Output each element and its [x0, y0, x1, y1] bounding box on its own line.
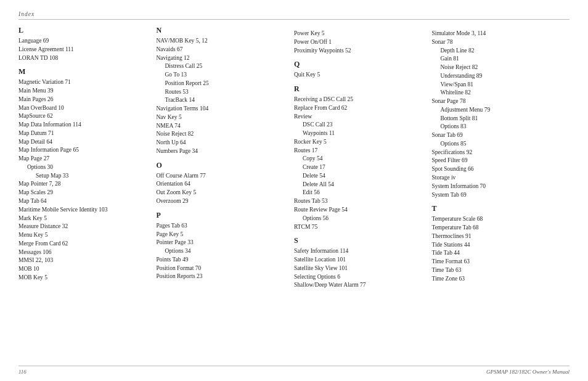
- index-entry: Edit 56: [294, 189, 427, 197]
- index-entry: Map Information Page 65: [18, 146, 152, 155]
- column-2: Power Key 5Power On/Off 1Proximity Waypo…: [294, 26, 432, 290]
- index-entry: Adjustment Menu 79: [432, 106, 565, 115]
- page: Index LLanguage 69License Agreement 111L…: [0, 0, 588, 381]
- index-entry: Speed Filter 69: [432, 157, 565, 165]
- index-entry: Map Data Information 114: [18, 121, 152, 129]
- index-entry: Gain 81: [432, 55, 565, 63]
- index-entry: Map Page 27: [18, 155, 152, 163]
- index-entry: Understanding 89: [432, 72, 565, 81]
- page-header: Index: [18, 11, 570, 20]
- section-letter-r: R: [294, 84, 427, 94]
- index-entry: North Up 64: [157, 139, 290, 147]
- index-entry: Route Review Page 54: [294, 206, 427, 215]
- index-entry: RTCM 75: [294, 223, 427, 232]
- index-entry: NMEA 74: [157, 122, 290, 131]
- page-footer: 116 GPSMAP 182/182C Owner's Manual: [18, 366, 570, 375]
- index-entry: Temperature Scale 68: [432, 215, 565, 224]
- index-entry: Main Pages 26: [18, 96, 152, 104]
- index-entry: TracBack 14: [157, 96, 290, 105]
- index-entry: Create 17: [294, 163, 427, 172]
- index-entry: Tide Stations 44: [432, 241, 565, 250]
- index-entry: Sonar Page 78: [432, 97, 565, 106]
- index-entry: Copy 54: [294, 155, 427, 163]
- index-entry: Map Datum 71: [18, 129, 152, 138]
- section-letter-m: M: [18, 67, 152, 76]
- index-entry: Safety Information 114: [294, 247, 427, 256]
- section-letter-q: Q: [294, 60, 427, 69]
- index-entry: Bottom Split 81: [432, 115, 565, 123]
- index-entry: Replace From Card 62: [294, 104, 427, 113]
- index-entry: Position Reports 23: [157, 272, 290, 281]
- index-entry: Maritime Mobile Service Identity 103: [18, 206, 152, 215]
- index-entry: Routes 17: [294, 147, 427, 155]
- index-entry: Routes 53: [157, 88, 290, 97]
- index-entry: System Information 70: [432, 182, 565, 191]
- index-entry: Tide Tab 44: [432, 249, 565, 258]
- index-entry: Options 85: [432, 140, 565, 149]
- index-entry: Out Zoom Key 5: [157, 189, 290, 197]
- index-entry: Quit Key 5: [294, 71, 427, 80]
- column-0: LLanguage 69License Agreement 111LORAN T…: [18, 26, 157, 290]
- index-entry: Page Key 5: [157, 231, 290, 239]
- index-entry: Map Tab 64: [18, 197, 152, 206]
- index-entry: Proximity Waypoints 52: [294, 47, 427, 55]
- index-entry: Delete All 54: [294, 181, 427, 189]
- index-entry: Orientation 64: [157, 180, 290, 189]
- column-1: NNAV/MOB Key 5, 12Navaids 67Navigating 1…: [157, 26, 295, 290]
- index-entry: MOB 10: [18, 265, 152, 274]
- index-entry: MOB Key 5: [18, 274, 152, 282]
- index-entry: Distress Call 25: [157, 62, 290, 71]
- index-entry: Sonar 78: [432, 38, 565, 47]
- index-entry: Satellite Sky View 101: [294, 264, 427, 273]
- index-entry: Temperature Tab 68: [432, 224, 565, 232]
- header-text: Index: [18, 11, 35, 17]
- index-entry: Time Tab 63: [432, 266, 565, 275]
- index-entry: Position Report 25: [157, 80, 290, 88]
- index-entry: Sonar Tab 69: [432, 131, 565, 140]
- index-entry: Options 83: [432, 123, 565, 131]
- index-entry: Map Pointer 7, 28: [18, 180, 152, 189]
- index-entry: Whiteline 82: [432, 89, 565, 97]
- index-entry: Options 56: [294, 215, 427, 223]
- index-entry: Points Tab 49: [157, 256, 290, 264]
- index-entry: Options 34: [157, 247, 290, 256]
- index-entry: Time Format 63: [432, 258, 565, 266]
- footer-manual-title: GPSMAP 182/182C Owner's Manual: [486, 369, 570, 375]
- column-3: Simulator Mode 3, 114Sonar 78Depth Line …: [432, 26, 570, 290]
- index-entry: Depth Line 82: [432, 47, 565, 55]
- index-entry: Man OverBoard 10: [18, 104, 152, 113]
- index-entry: Pages Tab 63: [157, 222, 290, 231]
- index-entry: Delete 54: [294, 172, 427, 181]
- index-entry: Navaids 67: [157, 46, 290, 54]
- section-letter-t: T: [432, 204, 565, 213]
- footer-page-number: 116: [18, 369, 27, 375]
- index-entry: Main Menu 39: [18, 87, 152, 96]
- index-entry: Position Format 70: [157, 264, 290, 273]
- index-entry: NAV/MOB Key 5, 12: [157, 37, 290, 46]
- section-letter-l: L: [18, 26, 152, 35]
- index-entry: Noise Reject 82: [157, 130, 290, 139]
- index-entry: Menu Key 5: [18, 231, 152, 240]
- index-entry: Receiving a DSC Call 25: [294, 96, 427, 104]
- index-entry: Rocker Key 5: [294, 138, 427, 147]
- index-entry: Selecting Options 6: [294, 273, 427, 282]
- index-entry: DSC Call 23: [294, 121, 427, 129]
- section-letter-p: P: [157, 211, 290, 220]
- index-entry: Off Course Alarm 77: [157, 172, 290, 181]
- index-entry: Mark Key 5: [18, 215, 152, 223]
- index-entry: Setup Map 33: [18, 172, 152, 181]
- index-entry: Shallow/Deep Water Alarm 77: [294, 281, 427, 290]
- index-entry: Noise Reject 82: [432, 63, 565, 72]
- index-entry: View/Span 81: [432, 81, 565, 89]
- index-entry: MapSource 62: [18, 112, 152, 121]
- index-entry: Merge From Card 62: [18, 240, 152, 248]
- index-entry: Map Scales 29: [18, 189, 152, 197]
- index-entry: Satellite Location 101: [294, 256, 427, 264]
- index-entry: Language 69: [18, 37, 152, 46]
- index-entry: Specifications 92: [432, 149, 565, 157]
- index-entry: MMSI 22, 103: [18, 256, 152, 265]
- section-letter-n: N: [157, 26, 290, 35]
- index-entry: Overzoom 29: [157, 197, 290, 206]
- index-entry: Go To 13: [157, 71, 290, 80]
- index-entry: Navigating 12: [157, 54, 290, 63]
